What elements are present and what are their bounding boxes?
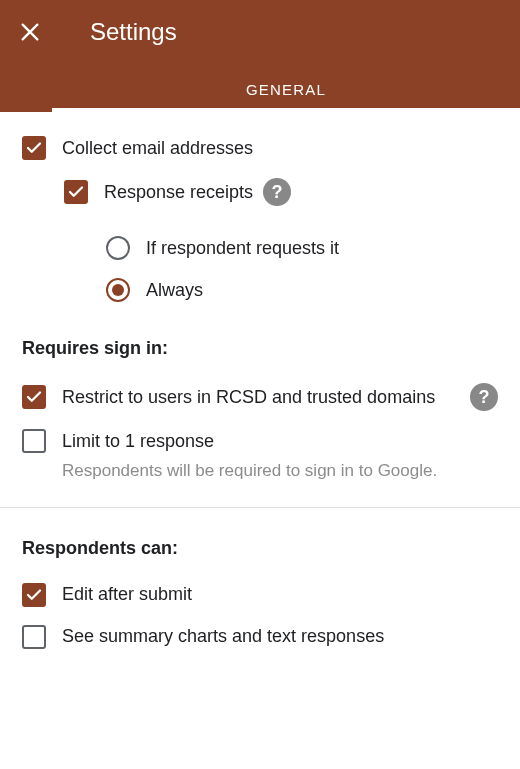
section-respondents-title: Respondents can: <box>22 538 498 559</box>
collect-email-label: Collect email addresses <box>62 138 498 159</box>
close-icon <box>19 21 41 43</box>
see-summary-label: See summary charts and text responses <box>62 626 498 647</box>
section-signin-title: Requires sign in: <box>22 338 498 359</box>
collect-email-row: Collect email addresses <box>22 136 498 160</box>
limit-response-label: Limit to 1 response <box>62 431 498 452</box>
check-icon <box>25 388 43 406</box>
close-button[interactable] <box>18 20 42 44</box>
tab-general-label: GENERAL <box>246 81 326 98</box>
check-icon <box>25 586 43 604</box>
response-receipts-checkbox[interactable] <box>64 180 88 204</box>
page-title: Settings <box>90 18 177 46</box>
see-summary-row: See summary charts and text responses <box>22 625 498 649</box>
response-receipts-label: Response receipts <box>104 182 253 203</box>
collect-email-checkbox[interactable] <box>22 136 46 160</box>
edit-after-submit-row: Edit after submit <box>22 583 498 607</box>
restrict-users-row: Restrict to users in RCSD and trusted do… <box>22 383 498 411</box>
limit-response-row: Limit to 1 response <box>22 429 498 453</box>
see-summary-checkbox[interactable] <box>22 625 46 649</box>
response-receipts-row: Response receipts ? <box>64 178 498 206</box>
settings-header: Settings GENERAL <box>0 0 520 112</box>
settings-content: Collect email addresses Response receipt… <box>0 112 520 691</box>
check-icon <box>67 183 85 201</box>
radio-if-requests[interactable] <box>106 236 130 260</box>
check-icon <box>25 139 43 157</box>
radio-if-requests-label: If respondent requests it <box>146 238 498 259</box>
limit-response-subtext: Respondents will be required to sign in … <box>62 459 498 483</box>
radio-always-row: Always <box>106 278 498 302</box>
tab-general[interactable]: GENERAL <box>52 67 520 112</box>
help-icon[interactable]: ? <box>263 178 291 206</box>
edit-after-submit-label: Edit after submit <box>62 584 498 605</box>
restrict-users-label: Restrict to users in RCSD and trusted do… <box>62 387 460 408</box>
limit-response-checkbox[interactable] <box>22 429 46 453</box>
radio-if-requests-row: If respondent requests it <box>106 236 498 260</box>
tabs-bar: GENERAL <box>0 67 520 112</box>
restrict-users-checkbox[interactable] <box>22 385 46 409</box>
radio-always-label: Always <box>146 280 498 301</box>
section-divider <box>0 507 520 508</box>
edit-after-submit-checkbox[interactable] <box>22 583 46 607</box>
radio-always[interactable] <box>106 278 130 302</box>
help-icon[interactable]: ? <box>470 383 498 411</box>
